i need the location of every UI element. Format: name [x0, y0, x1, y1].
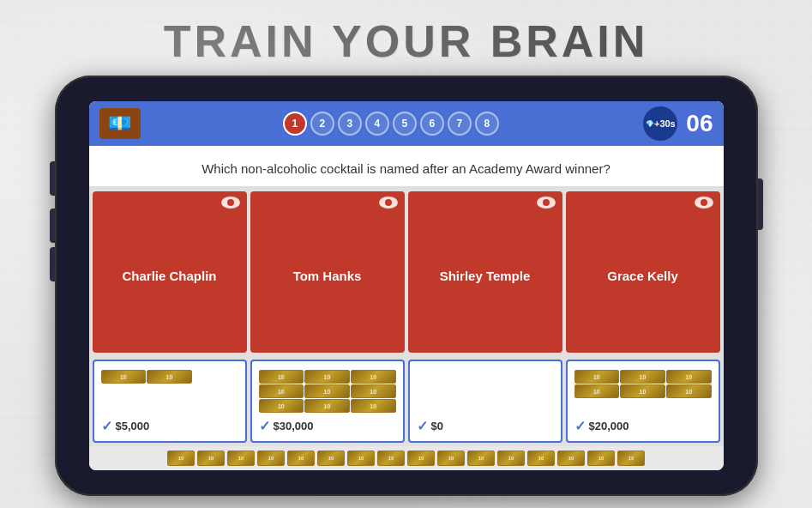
- bill: [147, 370, 192, 384]
- mini-bill: 10: [227, 451, 255, 466]
- bet-amount-2: $30,000: [274, 420, 314, 432]
- money-stack-4: [571, 366, 715, 402]
- mini-bill: 10: [377, 451, 405, 466]
- eye-icon-3: [537, 197, 556, 209]
- answers-grid: Charlie Chaplin Tom Hanks Shirley Temple…: [89, 188, 724, 356]
- mini-bill: 10: [197, 451, 225, 466]
- bill: [101, 370, 147, 384]
- bill: [351, 399, 396, 413]
- mini-bill: 10: [347, 451, 375, 466]
- bets-grid: ✓ $5,000 ✓ $3: [89, 356, 724, 446]
- answer-tom-hanks[interactable]: Tom Hanks: [250, 191, 405, 353]
- check-icon-2: ✓: [259, 418, 270, 434]
- answer-label-4: Grace Kelly: [607, 269, 678, 283]
- bill: [620, 384, 665, 398]
- question-count: 06: [686, 110, 713, 137]
- bet-cell-3[interactable]: ✓ $0: [408, 360, 562, 443]
- page-title: TRAIN YOUR BRAIN: [164, 15, 649, 67]
- eye-icon-2: [379, 197, 398, 209]
- mini-bill: 10: [257, 451, 285, 466]
- game-screen: 1 2 3 4 5 6 7 8 💎 +30s 06 Which non-alco…: [89, 101, 724, 470]
- dot-2[interactable]: 2: [310, 112, 334, 136]
- eye-icon-4: [695, 197, 713, 209]
- question-area: Which non-alcoholic cocktail is named af…: [89, 146, 724, 188]
- dot-1[interactable]: 1: [283, 112, 307, 136]
- bet-amount-1: $5,000: [116, 420, 150, 432]
- bet-cell-2[interactable]: ✓ $30,000: [250, 360, 405, 443]
- bill: [259, 384, 304, 398]
- mini-bill: 10: [437, 451, 465, 466]
- diamond-icon: 💎: [646, 120, 654, 128]
- bet-amount-4: $20,000: [589, 420, 629, 432]
- bill: [351, 370, 396, 384]
- phone-frame: 1 2 3 4 5 6 7 8 💎 +30s 06 Which non-alco…: [55, 76, 758, 496]
- answer-grace-kelly[interactable]: Grace Kelly: [566, 191, 720, 353]
- answer-charlie-chaplin[interactable]: Charlie Chaplin: [93, 191, 247, 353]
- eye-icon-1: [221, 197, 240, 209]
- question-dots: 1 2 3 4 5 6 7 8: [147, 112, 635, 136]
- dot-8[interactable]: 8: [475, 112, 499, 136]
- bill: [259, 399, 304, 413]
- check-icon-3: ✓: [417, 418, 428, 434]
- timer-button[interactable]: 💎 +30s: [641, 105, 679, 142]
- bottom-money-strip: 10 10 10 10 10 10 10 10 10 10 10 10 10 1…: [89, 446, 724, 470]
- dot-4[interactable]: 4: [365, 112, 389, 136]
- answer-shirley-temple[interactable]: Shirley Temple: [408, 191, 562, 353]
- check-icon-1: ✓: [101, 418, 112, 434]
- bet-amount-3: $0: [431, 420, 443, 432]
- money-icon: [99, 108, 141, 139]
- mini-bill: 10: [527, 451, 555, 466]
- answer-label-1: Charlie Chaplin: [122, 269, 216, 283]
- bill: [666, 370, 712, 384]
- bet-footer-1: ✓ $5,000: [98, 416, 242, 436]
- top-bar: 1 2 3 4 5 6 7 8 💎 +30s 06: [89, 101, 724, 146]
- dot-6[interactable]: 6: [420, 112, 444, 136]
- dot-7[interactable]: 7: [448, 112, 472, 136]
- money-stack-2: [256, 366, 400, 416]
- mini-bill: 10: [557, 451, 585, 466]
- timer-section: 💎 +30s 06: [641, 105, 713, 142]
- dot-5[interactable]: 5: [393, 112, 417, 136]
- mini-bill: 10: [287, 451, 315, 466]
- bet-footer-2: ✓ $30,000: [256, 416, 400, 436]
- bill: [351, 384, 396, 398]
- bill: [574, 370, 620, 384]
- mini-bill: 10: [317, 451, 345, 466]
- mini-bill: 10: [617, 451, 645, 466]
- bill: [620, 370, 665, 384]
- mini-bill: 10: [497, 451, 525, 466]
- question-text: Which non-alcoholic cocktail is named af…: [106, 161, 707, 176]
- bill: [574, 384, 620, 398]
- mini-bill: 10: [587, 451, 615, 466]
- bill: [666, 384, 712, 398]
- dot-3[interactable]: 3: [338, 112, 362, 136]
- bet-cell-4[interactable]: ✓ $20,000: [566, 360, 720, 443]
- bet-footer-4: ✓ $20,000: [571, 416, 715, 436]
- bill: [304, 399, 350, 413]
- bill: [259, 370, 304, 384]
- check-icon-4: ✓: [574, 418, 586, 434]
- money-stack-1: [98, 366, 242, 387]
- bet-cell-1[interactable]: ✓ $5,000: [93, 360, 247, 443]
- mini-bill: 10: [467, 451, 495, 466]
- bill: [304, 370, 350, 384]
- answer-label-3: Shirley Temple: [440, 269, 531, 283]
- bet-footer-3: ✓ $0: [413, 416, 557, 436]
- mini-bill: 10: [167, 451, 195, 466]
- mini-bill: 10: [407, 451, 435, 466]
- bill: [304, 384, 350, 398]
- timer-label: +30s: [654, 118, 676, 129]
- answer-label-2: Tom Hanks: [293, 269, 362, 283]
